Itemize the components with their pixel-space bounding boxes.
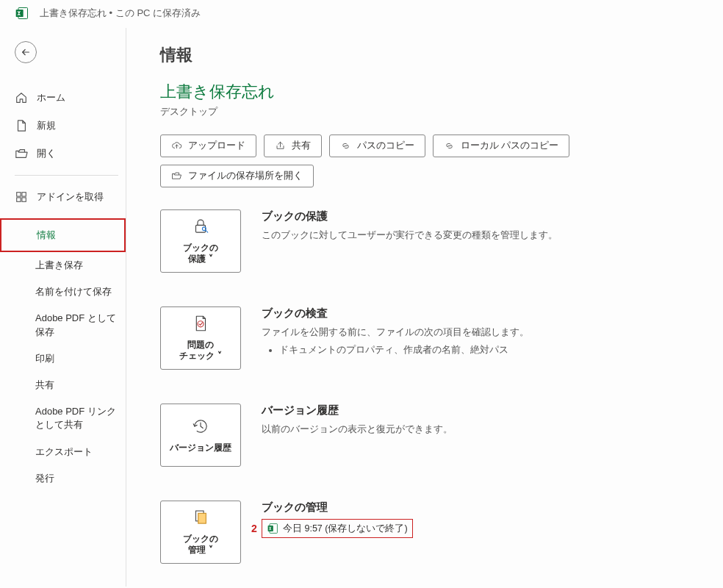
svg-rect-4 <box>17 198 21 201</box>
svg-rect-1 <box>16 10 24 17</box>
manage-workbook-button[interactable]: ブックの管理 ˅ <box>160 501 241 564</box>
link-icon <box>444 140 455 151</box>
link-icon <box>340 140 351 151</box>
file-icon <box>15 119 28 132</box>
version-history-desc: 以前のバージョンの表示と復元ができます。 <box>262 422 698 437</box>
nav-addins[interactable]: アドインを取得 <box>15 183 118 211</box>
section-version-history: バージョン履歴 バージョン履歴 以前のバージョンの表示と復元ができます。 <box>160 404 698 467</box>
nav-label: 新規 <box>37 119 56 132</box>
nav-print[interactable]: 印刷 <box>0 345 126 372</box>
arrow-left-icon <box>21 47 31 57</box>
nav-save[interactable]: 上書き保存 <box>0 252 126 279</box>
document-check-icon <box>191 314 210 337</box>
open-file-location-button[interactable]: ファイルの保存場所を開く <box>160 165 314 187</box>
big-btn-label: ブックの保護 ˅ <box>180 243 221 265</box>
cloud-upload-icon <box>171 140 182 151</box>
nav-adobe-pdf-link[interactable]: Adobe PDF リンクとして共有 <box>0 398 126 438</box>
section-inspect: 問題のチェック ˅ ブックの検査 ファイルを公開する前に、ファイルの次の項目を確… <box>160 306 698 370</box>
svg-rect-5 <box>22 198 26 201</box>
copy-path-button[interactable]: パスのコピー <box>329 135 425 157</box>
nav-adobe-pdf[interactable]: Adobe PDF として保存 <box>0 305 126 345</box>
nav-info-wrap: 1 情報 <box>0 218 126 252</box>
nav-label: 印刷 <box>35 353 54 364</box>
manage-desc: 2 今日 9:57 (保存しないで終了) <box>262 519 698 539</box>
nav-label: エクスポート <box>35 446 93 457</box>
back-button[interactable] <box>15 41 37 63</box>
action-label: ファイルの保存場所を開く <box>188 170 303 182</box>
nav-label: アドインを取得 <box>37 190 104 204</box>
svg-rect-2 <box>17 193 21 196</box>
excel-app-icon <box>15 6 29 21</box>
action-label: アップロード <box>188 140 245 152</box>
sidebar: ホーム 新規 開く アドインを取得 1 情報 上書き保存 <box>0 28 126 587</box>
copy-local-path-button[interactable]: ローカル パスのコピー <box>433 135 569 157</box>
nav-label: 情報 <box>37 229 56 242</box>
nav-saveas[interactable]: 名前を付けて保存 <box>0 279 126 305</box>
upload-button[interactable]: アップロード <box>160 135 256 157</box>
share-icon <box>275 140 286 151</box>
nav-label: 上書き保存 <box>35 259 83 270</box>
big-btn-label: ブックの管理 ˅ <box>180 534 221 556</box>
svg-rect-10 <box>198 513 206 523</box>
section-manage: ブックの管理 ˅ ブックの管理 2 今日 9:57 (保存しないで終了) <box>160 501 698 564</box>
nav-info[interactable]: 情報 <box>16 221 124 249</box>
protect-heading: ブックの保護 <box>262 209 698 223</box>
protect-desc: このブックに対してユーザーが実行できる変更の種類を管理します。 <box>262 228 698 243</box>
manage-heading: ブックの管理 <box>262 501 698 514</box>
content-area: 情報 上書き保存忘れ デスクトップ アップロード 共有 パスのコピー ローカル … <box>126 28 723 587</box>
home-icon <box>15 91 28 104</box>
documents-icon <box>191 508 210 531</box>
inspect-heading: ブックの検査 <box>262 306 698 320</box>
inspect-bullet: ドキュメントのプロパティ、作成者の名前、絶対パス <box>279 343 698 357</box>
addins-icon <box>15 190 28 204</box>
inspect-desc: ファイルを公開する前に、ファイルの次の項目を確認します。 ドキュメントのプロパテ… <box>262 325 698 357</box>
folder-open-icon <box>15 147 28 160</box>
nav-label: ホーム <box>37 91 65 104</box>
history-icon <box>191 417 210 440</box>
folder-open-icon <box>171 171 182 182</box>
share-button[interactable]: 共有 <box>264 135 322 157</box>
version-link-text: 今日 9:57 (保存しないで終了) <box>283 521 408 536</box>
action-label: ローカル パスのコピー <box>461 140 558 152</box>
version-history-heading: バージョン履歴 <box>262 404 698 417</box>
big-btn-label: 問題のチェック ˅ <box>176 340 224 362</box>
action-label: パスのコピー <box>357 140 414 152</box>
titlebar: 上書き保存忘れ • この PC に保存済み <box>0 0 723 28</box>
page-title: 情報 <box>160 44 698 66</box>
annotation-number-2: 2 <box>251 520 257 537</box>
nav-new[interactable]: 新規 <box>15 112 118 140</box>
nav-share[interactable]: 共有 <box>0 372 126 398</box>
nav-export[interactable]: エクスポート <box>0 439 126 465</box>
nav-label: 共有 <box>35 379 54 390</box>
check-issues-button[interactable]: 問題のチェック ˅ <box>160 306 241 370</box>
file-location: デスクトップ <box>160 106 698 118</box>
actions-row: アップロード 共有 パスのコピー ローカル パスのコピー ファイルの保存場所を開… <box>160 135 698 187</box>
version-history-button[interactable]: バージョン履歴 <box>160 404 241 467</box>
sidebar-separator <box>15 175 118 176</box>
file-name: 上書き保存忘れ <box>160 81 698 103</box>
excel-file-icon <box>267 523 278 534</box>
nav-label: Adobe PDF リンクとして共有 <box>35 406 116 430</box>
lock-key-icon <box>191 217 210 240</box>
svg-rect-3 <box>22 193 26 196</box>
big-btn-label: バージョン履歴 <box>167 442 234 454</box>
svg-point-8 <box>198 321 204 327</box>
nav-label: Adobe PDF として保存 <box>35 312 116 337</box>
svg-rect-12 <box>268 526 273 531</box>
nav-label: 発行 <box>35 473 54 484</box>
nav-open[interactable]: 開く <box>15 140 118 168</box>
nav-publish[interactable]: 発行 <box>0 465 126 492</box>
nav-label: 名前を付けて保存 <box>35 286 112 297</box>
svg-rect-6 <box>196 225 206 232</box>
titlebar-text: 上書き保存忘れ • この PC に保存済み <box>40 7 201 20</box>
action-label: 共有 <box>292 140 311 152</box>
protect-workbook-button[interactable]: ブックの保護 ˅ <box>160 209 241 273</box>
nav-home[interactable]: ホーム <box>15 84 118 112</box>
nav-label: 開く <box>37 147 56 160</box>
section-protect: ブックの保護 ˅ ブックの保護 このブックに対してユーザーが実行できる変更の種類… <box>160 209 698 273</box>
autorecover-version-link[interactable]: 今日 9:57 (保存しないで終了) <box>262 519 413 538</box>
